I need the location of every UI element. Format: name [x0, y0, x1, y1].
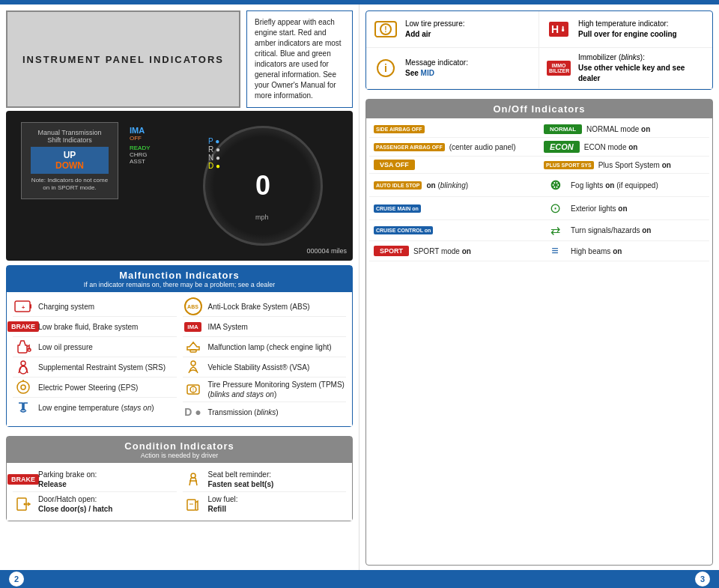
- message-badge: i: [377, 59, 395, 77]
- page-num-left: 2: [9, 572, 24, 587]
- door-icon: [13, 497, 34, 512]
- high-beams-text: High beams on: [571, 246, 622, 256]
- on-off-grid: SIDE AIRBAG OFF NORMAL NORMAL mode on PA…: [366, 118, 712, 264]
- indicator-abs: ABS Anti-Lock Brake System (ABS): [183, 297, 347, 317]
- svg-point-6: [17, 381, 29, 393]
- condition-subtitle: Action is needed by driver: [14, 452, 345, 459]
- page: INSTRUMENT PANEL INDICATORS Briefly appe…: [0, 0, 719, 588]
- note-box: Briefly appear with each engine start. R…: [246, 10, 353, 108]
- oil-text: Low oil pressure: [38, 342, 93, 352]
- bottom-bar: 2 3: [0, 570, 719, 588]
- high-temp-text: High temperature indicator:Pull over for…: [578, 19, 677, 40]
- shift-up: UP: [64, 150, 76, 160]
- message-text: Message indicator:See MID: [405, 58, 468, 79]
- high-beams-icon: ≡: [544, 244, 566, 258]
- on-off-high-beams: ≡ High beams on: [539, 241, 709, 261]
- ima-ind-icon: IMA: [183, 319, 204, 334]
- indicator-fuel: Low fuel:Refill: [183, 492, 347, 516]
- econ-badge: ECON: [544, 141, 580, 153]
- auto-idle-text: on (blinking): [426, 181, 468, 190]
- seatbelt-icon: [183, 472, 204, 487]
- ext-lights-icon: ⊙: [544, 200, 566, 216]
- transmission-icon: D ●: [183, 404, 204, 419]
- indicator-ima: IMA IMA System: [183, 317, 347, 337]
- high-temp-badge: H🌡: [549, 22, 568, 37]
- tire-pressure-text: Low tire pressure:Add air: [405, 19, 464, 40]
- gear-indicator: P ● R ● N ● D ●: [208, 137, 220, 170]
- on-off-fog: ⊛ Fog lights on (if equipped): [539, 174, 709, 197]
- indicator-malfunction-lamp: Malfunction lamp (check engine light): [183, 337, 347, 357]
- on-off-cruise-control: CRUISE CONTROL on: [369, 220, 539, 241]
- svg-point-17: [191, 473, 195, 478]
- abs-text: Anti-Lock Brake System (ABS): [208, 302, 310, 312]
- warning-high-temp: H🌡 High temperature indicator:Pull over …: [539, 11, 712, 48]
- speedometer: 0 mph: [203, 126, 323, 246]
- condition-title: Condition Indicators: [14, 440, 345, 452]
- svg-point-5: [19, 366, 27, 374]
- warning-indicators: ! Low tire pressure:Add air H🌡: [365, 10, 713, 90]
- svg-rect-10: [190, 350, 196, 352]
- svg-rect-18: [187, 500, 195, 510]
- cruise-main-badge: CRUISE MAIN on: [374, 204, 421, 213]
- page-title: INSTRUMENT PANEL INDICATORS: [22, 54, 224, 65]
- fuel-icon: [183, 497, 204, 512]
- svg-rect-1: [30, 304, 31, 309]
- indicator-tpms: ! Tire Pressure Monitoring System (TPMS)…: [183, 378, 347, 402]
- malfunction-col-right: ABS Anti-Lock Brake System (ABS) IMA IMA…: [183, 297, 347, 422]
- turn-signals-icon: ⇄: [544, 223, 566, 237]
- parking-brake-text: Parking brake on:Release: [38, 470, 97, 489]
- warning-grid: ! Low tire pressure:Add air H🌡: [366, 11, 712, 89]
- on-off-vsa: VSA OFF: [369, 157, 539, 174]
- indicator-transmission: D ● Transmission (blinks): [183, 402, 347, 422]
- right-panel: ! Low tire pressure:Add air H🌡: [360, 4, 719, 570]
- indicator-door: Door/Hatch open:Close door(s) / hatch: [13, 492, 177, 516]
- indicator-eps: Electric Power Steering (EPS): [13, 378, 177, 398]
- ext-lights-text: Exterior lights on: [571, 204, 628, 213]
- on-off-title: On/Off Indicators: [493, 103, 585, 115]
- malfunction-col-left: + Charging system BRAKE Low brake fluid,…: [13, 297, 177, 422]
- sport-badge: SPORT: [374, 246, 409, 256]
- plus-sport-badge: PLUS SPORT SYS: [544, 161, 594, 169]
- low-temp-icon: [13, 400, 34, 415]
- indicator-parking-brake: BRAKE Parking brake on:Release: [13, 467, 177, 492]
- indicator-srs: Supplemental Restraint System (SRS): [13, 357, 177, 378]
- tpms-icon: !: [183, 382, 204, 397]
- transmission-text: Transmission (blinks): [208, 407, 279, 417]
- speed-value: 0: [255, 170, 270, 201]
- on-off-cruise-main: CRUISE MAIN on: [369, 197, 539, 220]
- immobilizer-text: Immobilizer (blinks):Use other vehicle k…: [578, 52, 706, 84]
- on-off-turn-signals: ⇄ Turn signals/hazards on: [539, 220, 709, 241]
- indicator-vsa: Vehicle Stability Assist® (VSA): [183, 357, 347, 378]
- malfunction-lamp-icon: [183, 339, 204, 354]
- passenger-airbag-badge: PASSENGER AIRBAG OFF: [374, 143, 445, 151]
- sport-text: SPORT mode on: [413, 246, 471, 256]
- fog-icon: ⊛: [544, 177, 566, 193]
- condition-header: Condition Indicators Action is needed by…: [7, 437, 352, 463]
- temp-text: Low engine temperature (stays on): [38, 403, 154, 413]
- plus-sport-text: Plus Sport System on: [598, 160, 671, 170]
- parking-brake-badge: BRAKE: [7, 474, 39, 485]
- svg-text:+: +: [22, 304, 25, 311]
- malfunction-title: Malfunction Indicators: [14, 270, 345, 281]
- speed-unit: mph: [255, 213, 269, 221]
- condition-grid: BRAKE Parking brake on:Release Door/Hatc…: [13, 467, 346, 516]
- high-temp-icon: H🌡: [545, 16, 572, 43]
- warning-message: i Message indicator:See MID: [366, 48, 539, 89]
- on-off-passenger-airbag: PASSENGER AIRBAG OFF (center audio panel…: [369, 138, 539, 157]
- dashboard-image: Manual Transmission Shift Indicators UP …: [6, 111, 353, 261]
- svg-text:!: !: [384, 25, 386, 34]
- on-off-sport: SPORT SPORT mode on: [369, 241, 539, 261]
- condition-section: Condition Indicators Action is needed by…: [6, 436, 353, 521]
- normal-badge: NORMAL: [544, 124, 582, 134]
- shift-indicator-box: Manual Transmission Shift Indicators UP …: [21, 122, 118, 199]
- fuel-text: Low fuel:Refill: [208, 494, 238, 514]
- charging-text: Charging system: [38, 302, 94, 312]
- brake-text: Low brake fluid, Brake system: [38, 322, 138, 332]
- charging-icon: +: [13, 299, 34, 314]
- seatbelt-text: Seat belt reminder:Fasten seat belt(s): [208, 470, 274, 489]
- parking-brake-icon: BRAKE: [13, 472, 34, 487]
- on-off-section: On/Off Indicators SIDE AIRBAG OFF NORMAL…: [365, 99, 713, 566]
- d-badge: D ●: [184, 406, 201, 418]
- on-off-header: On/Off Indicators: [366, 100, 712, 118]
- on-off-plus-sport: PLUS SPORT SYS Plus Sport System on: [539, 157, 709, 174]
